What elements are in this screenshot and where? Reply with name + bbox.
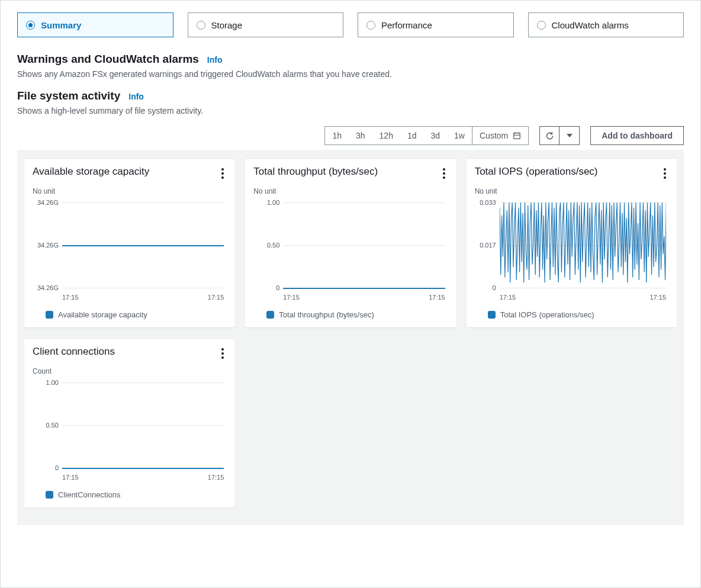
grid-line xyxy=(62,383,224,383)
chart-menu-button[interactable] xyxy=(661,166,668,181)
ytick: 0.033 xyxy=(475,199,496,206)
xtick: 17:15 xyxy=(283,294,300,301)
chart-title: Total throughput (bytes/sec) xyxy=(253,166,378,178)
xtick: 17:15 xyxy=(208,474,224,481)
chart-client-connections: Client connections Count 1.00 0.50 0 17:… xyxy=(24,338,234,507)
range-1d[interactable]: 1d xyxy=(400,127,424,144)
svg-marker-4 xyxy=(567,134,573,137)
view-tabs: Summary Storage Performance CloudWatch a… xyxy=(17,12,684,37)
chart-menu-button[interactable] xyxy=(219,346,226,361)
ytick: 0 xyxy=(475,284,496,291)
chart-legend: Available storage capacity xyxy=(33,310,226,319)
xtick: 17:15 xyxy=(62,294,79,301)
chart-menu-button[interactable] xyxy=(219,166,226,181)
section-title: File system activity xyxy=(17,89,120,102)
chart-total-throughput: Total throughput (bytes/sec) No unit 1.0… xyxy=(245,158,455,327)
chart-toolbar: 1h 3h 12h 1d 3d 1w Custom Add to dashboa… xyxy=(17,126,684,145)
ytick: 34.26G xyxy=(33,199,59,206)
legend-label: Total IOPS (operations/sec) xyxy=(500,310,594,319)
xtick: 17:15 xyxy=(429,294,445,301)
section-title: Warnings and CloudWatch alarms xyxy=(17,53,199,66)
x-axis: 17:15 17:15 xyxy=(283,294,445,301)
plot-area: 1.00 0.50 0 17:15 17:15 xyxy=(33,379,226,480)
xtick: 17:15 xyxy=(208,294,224,301)
activity-desc: Shows a high-level summary of file syste… xyxy=(17,106,684,115)
refresh-icon xyxy=(545,131,554,140)
ytick: 0 xyxy=(33,464,59,471)
iops-line xyxy=(500,199,666,288)
tab-performance[interactable]: Performance xyxy=(358,12,514,37)
xtick: 17:15 xyxy=(62,474,79,481)
time-range-group: 1h 3h 12h 1d 3d 1w Custom xyxy=(324,126,529,145)
legend-label: Total throughput (bytes/sec) xyxy=(279,310,374,319)
svg-rect-0 xyxy=(514,133,520,139)
grid-line xyxy=(62,425,224,426)
range-3h[interactable]: 3h xyxy=(349,127,372,144)
charts-container: Available storage capacity No unit 34.26… xyxy=(17,150,684,525)
chart-unit: No unit xyxy=(33,187,226,195)
tab-cloudwatch-alarms[interactable]: CloudWatch alarms xyxy=(528,12,684,37)
tab-storage[interactable]: Storage xyxy=(188,12,344,37)
calendar-icon xyxy=(513,131,521,140)
tab-label: CloudWatch alarms xyxy=(552,20,629,30)
range-3d[interactable]: 3d xyxy=(424,127,448,144)
chart-menu-button[interactable] xyxy=(440,166,448,181)
range-custom[interactable]: Custom xyxy=(472,127,528,144)
radio-icon xyxy=(537,21,546,30)
xtick: 17:15 xyxy=(649,294,666,301)
legend-swatch xyxy=(488,311,496,319)
grid-line xyxy=(500,288,666,288)
refresh-group xyxy=(539,126,580,145)
xtick: 17:15 xyxy=(500,294,516,301)
ytick: 1.00 xyxy=(253,199,279,206)
plot-area: 0.033 0.017 0 17:15 17:15 xyxy=(475,199,668,300)
ytick: 0.50 xyxy=(33,422,59,429)
tab-label: Summary xyxy=(41,20,81,30)
chart-title: Total IOPS (operations/sec) xyxy=(475,166,598,178)
tab-summary[interactable]: Summary xyxy=(17,12,173,37)
range-1h[interactable]: 1h xyxy=(325,127,349,144)
tab-label: Performance xyxy=(381,20,432,30)
data-line xyxy=(62,245,224,246)
grid-line xyxy=(283,203,445,203)
grid-line xyxy=(283,245,445,246)
refresh-options-button[interactable] xyxy=(559,126,580,145)
chart-unit: Count xyxy=(33,367,226,375)
x-axis: 17:15 17:15 xyxy=(62,294,224,301)
chart-title: Available storage capacity xyxy=(33,166,149,178)
refresh-button[interactable] xyxy=(539,126,559,145)
ytick: 0.017 xyxy=(475,242,496,249)
chart-total-iops: Total IOPS (operations/sec) No unit 0.03… xyxy=(467,158,677,327)
caret-down-icon xyxy=(567,133,573,139)
custom-label: Custom xyxy=(480,131,508,140)
info-link[interactable]: Info xyxy=(207,55,223,65)
ytick: 34.26G xyxy=(33,242,59,249)
legend-swatch xyxy=(266,311,274,319)
chart-legend: ClientConnections xyxy=(33,490,226,499)
warnings-heading: Warnings and CloudWatch alarms Info xyxy=(17,53,684,66)
legend-swatch xyxy=(46,311,53,319)
chart-title: Client connections xyxy=(33,346,115,358)
monitoring-panel: Summary Storage Performance CloudWatch a… xyxy=(0,0,701,588)
data-line xyxy=(283,288,445,289)
legend-swatch xyxy=(46,491,53,499)
radio-icon xyxy=(197,21,205,30)
legend-label: ClientConnections xyxy=(58,490,121,499)
add-to-dashboard-button[interactable]: Add to dashboard xyxy=(590,126,684,145)
chart-unit: No unit xyxy=(253,187,447,195)
range-1w[interactable]: 1w xyxy=(447,127,472,144)
radio-icon xyxy=(366,21,375,30)
ytick: 34.26G xyxy=(33,284,59,291)
plot-area: 1.00 0.50 0 17:15 17:15 xyxy=(253,199,447,300)
grid-line xyxy=(62,203,224,203)
range-12h[interactable]: 12h xyxy=(372,127,400,144)
plot-area: 34.26G 34.26G 34.26G 17:15 17:15 xyxy=(33,199,226,300)
chart-unit: No unit xyxy=(475,187,668,195)
ytick: 0 xyxy=(253,284,279,291)
info-link[interactable]: Info xyxy=(128,92,144,101)
chart-legend: Total IOPS (operations/sec) xyxy=(475,310,668,319)
legend-label: Available storage capacity xyxy=(58,310,147,319)
chart-grid: Available storage capacity No unit 34.26… xyxy=(24,158,677,507)
x-axis: 17:15 17:15 xyxy=(62,474,224,481)
warnings-desc: Shows any Amazon FSx generated warnings … xyxy=(17,69,684,79)
